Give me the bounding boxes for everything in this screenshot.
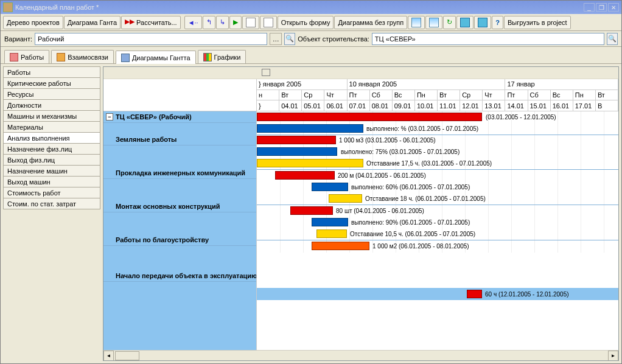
tab-works[interactable]: Работы <box>4 50 49 63</box>
export-project-button[interactable]: Выгрузить в project <box>504 16 571 29</box>
minimize-button[interactable]: _ <box>584 3 595 12</box>
sidebar-item-6[interactable]: Анализ выполнения <box>3 132 100 144</box>
task-row-sub <box>103 179 256 190</box>
day-header: Пт <box>348 90 370 100</box>
task-1[interactable]: Земляные работы <box>103 134 256 145</box>
bar-t3-plan[interactable] <box>290 206 333 215</box>
bar-t2-lag-label: Отставание 18 ч. (06.01.2005 - 07.01.200… <box>365 194 486 203</box>
tab-relations[interactable]: Взаимосвязи <box>51 50 114 63</box>
variant-input[interactable]: Рабочий <box>35 33 267 45</box>
link2-button[interactable] <box>474 16 491 29</box>
gantt-diagram-button[interactable]: Диаграма Ганта <box>64 16 121 29</box>
gantt-body[interactable]: (03.01.2005 - 12.01.2005) выполнено: % (… <box>257 111 618 350</box>
task-5[interactable]: Начало передачи объекта в эксплуатацию <box>103 270 256 282</box>
timeline-column: } января 200510 января 200517 январ нВтС… <box>257 79 618 350</box>
scroll-right-button[interactable]: ► <box>608 351 618 361</box>
slider-thumb[interactable] <box>262 69 270 76</box>
tab-gantt[interactable]: Диаграммы Гантта <box>116 51 196 64</box>
date-header: 16.01 <box>551 100 573 111</box>
days-row: нВтСрЧтПтСбВсПнВтСрЧтПтСбВсПнВт <box>257 90 618 101</box>
week-header: 10 января 2005 <box>348 79 506 89</box>
content-area: РаботыКритические работыРесурсыДолжности… <box>1 64 621 363</box>
bar-t5-plan[interactable] <box>467 290 482 298</box>
task-4[interactable]: Работы по благоустройству <box>103 234 256 246</box>
bar-t4-plan[interactable] <box>312 242 369 250</box>
bar-root-done[interactable] <box>257 124 363 133</box>
variant-picker-button[interactable]: … <box>270 33 282 45</box>
sidebar-item-1[interactable]: Критические работы <box>3 77 100 89</box>
sidebar-item-2[interactable]: Ресурсы <box>3 88 100 100</box>
task-root-label: ТЦ «СЕВЕР» (Рабочий) <box>116 113 192 121</box>
sidebar-item-8[interactable]: Выход физ.лиц <box>3 154 100 166</box>
day-header: Вс <box>551 90 573 100</box>
sheet2-button[interactable] <box>260 16 277 29</box>
filter-bar: Вариант: Рабочий … 🔍 Объект строительств… <box>1 31 621 47</box>
search-icon: 🔍 <box>285 35 294 43</box>
help-button[interactable]: ? <box>492 16 503 29</box>
day-header: Вс <box>393 90 415 100</box>
bar-t1-lag-label: Отставание 17,5 ч. (03.01.2005 - 07.01.2… <box>366 159 492 167</box>
calculate-button[interactable]: ▶▶ Рассчитать... <box>121 16 181 29</box>
bar-t1-done[interactable] <box>257 147 337 156</box>
scroll-left-button[interactable]: ◄ <box>103 351 114 361</box>
task-row-sub <box>103 123 256 134</box>
bar-t3-done-label: выполнено: 90% (06.01.2005 - 07.01.2005) <box>351 218 470 226</box>
week-header: } января 2005 <box>257 79 348 89</box>
day-header: Вт <box>596 90 618 100</box>
sidebar: РаботыКритические работыРесурсыДолжности… <box>3 66 100 361</box>
h-scrollbar[interactable]: ◄ ► <box>103 350 618 360</box>
sidebar-item-4[interactable]: Машины и механизмы <box>3 110 100 122</box>
collapse-icon[interactable]: − <box>106 113 113 121</box>
sidebar-item-7[interactable]: Назначение физ.лиц <box>3 143 100 155</box>
sidebar-item-11[interactable]: Стоимость работ <box>3 187 100 198</box>
sidebar-item-9[interactable]: Назначение машин <box>3 165 100 177</box>
bar-root-plan[interactable] <box>257 113 482 121</box>
tab-charts[interactable]: Графики <box>198 50 246 63</box>
run-button[interactable]: ▶ <box>229 16 242 29</box>
bar-t1-lag[interactable] <box>257 159 363 167</box>
day-header: Чт <box>324 90 347 100</box>
dates-row: }04.0105.0106.0107.0108.0109.0110.0111.0… <box>257 100 618 111</box>
bar-t1-done-label: выполнено: 75% (03.01.2005 - 07.01.2005) <box>341 147 460 156</box>
sidebar-item-0[interactable]: Работы <box>3 66 100 78</box>
sidebar-item-12[interactable]: Стоим. по стат. затрат <box>3 198 100 209</box>
task-2[interactable]: Прокладка инженерных коммуникаций <box>103 167 256 179</box>
open-form-button[interactable]: Открыть форму <box>278 16 334 29</box>
task-root[interactable]: −ТЦ «СЕВЕР» (Рабочий) <box>103 111 256 123</box>
day-header: Пт <box>505 90 528 100</box>
diagram-nogroup-button[interactable]: Диаграмма без групп <box>334 16 407 29</box>
nav-up-button[interactable]: ↰ <box>203 16 215 29</box>
sidebar-item-10[interactable]: Выход машин <box>3 176 100 187</box>
bar-t1-plan[interactable] <box>257 136 336 144</box>
object-input[interactable]: ТЦ «СЕВЕР» <box>372 33 604 45</box>
task-3[interactable]: Монтаж основных конструкций <box>103 201 256 212</box>
zoom-slider[interactable] <box>103 67 618 79</box>
bar-t3-lag[interactable] <box>316 229 347 238</box>
day-header: Чт <box>483 90 505 100</box>
maximize-button[interactable]: ❐ <box>596 3 607 12</box>
refresh-button[interactable]: ↻ <box>443 16 456 29</box>
bar-t3-done[interactable] <box>312 218 348 226</box>
play-green-icon: ▶ <box>233 18 238 26</box>
variant-search-button[interactable]: 🔍 <box>284 33 295 45</box>
section-divider <box>257 205 618 205</box>
close-button[interactable]: ✕ <box>608 3 619 12</box>
app-icon <box>3 2 13 12</box>
grid2-button[interactable] <box>425 16 442 29</box>
sidebar-item-3[interactable]: Должности <box>3 99 100 111</box>
sheet1-button[interactable] <box>242 16 259 29</box>
bar-t2-lag[interactable] <box>329 194 362 203</box>
bar-t2-plan[interactable] <box>275 171 335 180</box>
nav-back-button[interactable]: ◄·· <box>184 16 202 29</box>
project-tree-button[interactable]: Дерево проектов <box>3 16 63 29</box>
task-row-sub <box>103 156 256 167</box>
link1-button[interactable] <box>456 16 473 29</box>
grid1-button[interactable] <box>408 16 425 29</box>
task-col-fill: Начало передачи объекта в эксплуатацию <box>103 246 256 350</box>
bar-t2-done[interactable] <box>312 183 348 191</box>
sidebar-item-5[interactable]: Материалы <box>3 121 100 133</box>
date-header: 07.01 <box>348 100 370 111</box>
scroll-thumb[interactable] <box>115 351 139 360</box>
object-search-button[interactable]: 🔍 <box>607 33 618 45</box>
nav-down-button[interactable]: ↳ <box>216 16 229 29</box>
